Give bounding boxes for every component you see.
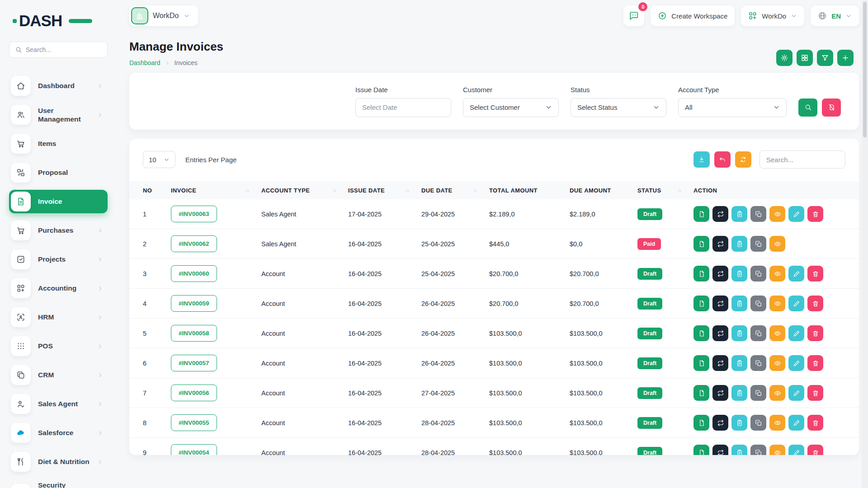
sidebar-item-crm[interactable]: CRM xyxy=(9,363,108,387)
edit-invoice-button[interactable] xyxy=(788,355,804,371)
refresh-button[interactable] xyxy=(735,151,751,168)
export-button[interactable] xyxy=(693,151,710,168)
duplicate-invoice-button[interactable] xyxy=(693,415,709,431)
sidebar-item-projects[interactable]: Projects xyxy=(9,248,108,271)
duplicate-invoice-button[interactable] xyxy=(693,206,709,222)
invoice-number-link[interactable]: #INV00059 xyxy=(171,295,217,312)
invoice-number-link[interactable]: #INV00060 xyxy=(171,265,217,282)
view-invoice-button[interactable] xyxy=(769,296,785,311)
sidebar-item-dashboard[interactable]: Dashboard xyxy=(9,74,108,98)
view-invoice-button[interactable] xyxy=(769,445,785,455)
edit-invoice-button[interactable] xyxy=(788,266,804,282)
clone-invoice-button[interactable] xyxy=(750,236,766,252)
invoice-number-link[interactable]: #INV00056 xyxy=(171,385,217,401)
invoice-number-link[interactable]: #INV00063 xyxy=(171,206,217,222)
sidebar-item-hrm[interactable]: HRM xyxy=(9,305,108,329)
convert-invoice-button[interactable] xyxy=(712,296,728,311)
edit-invoice-button[interactable] xyxy=(788,445,804,455)
delete-invoice-button[interactable] xyxy=(807,266,823,282)
view-invoice-button[interactable] xyxy=(769,266,785,282)
edit-invoice-button[interactable] xyxy=(788,296,804,311)
delete-invoice-button[interactable] xyxy=(807,415,823,431)
grid-view-button[interactable] xyxy=(797,50,813,66)
brand-logo[interactable]: DASH xyxy=(19,12,78,30)
delete-invoice-button[interactable] xyxy=(807,385,823,401)
view-invoice-button[interactable] xyxy=(769,385,785,401)
sidebar-item-accounting[interactable]: Accounting xyxy=(9,277,108,300)
duplicate-invoice-button[interactable] xyxy=(693,236,709,252)
duplicate-invoice-button[interactable] xyxy=(693,385,709,401)
copy-invoice-button[interactable] xyxy=(731,296,747,311)
delete-invoice-button[interactable] xyxy=(807,325,823,341)
clone-invoice-button[interactable] xyxy=(750,385,766,401)
view-invoice-button[interactable] xyxy=(769,355,785,371)
copy-invoice-button[interactable] xyxy=(731,236,747,252)
clone-invoice-button[interactable] xyxy=(750,325,766,341)
clone-invoice-button[interactable] xyxy=(750,445,766,455)
column-header-issue-date[interactable]: ISSUE DATE↑↓ xyxy=(348,187,421,194)
sidebar-item-sales-agent[interactable]: Sales Agent xyxy=(9,392,108,416)
sidebar-search-input[interactable] xyxy=(26,46,102,53)
column-header-invoice[interactable]: INVOICE↑↓ xyxy=(171,187,261,194)
clone-invoice-button[interactable] xyxy=(750,266,766,282)
invoice-number-link[interactable]: #INV00054 xyxy=(171,444,217,455)
delete-invoice-button[interactable] xyxy=(807,445,823,455)
invoice-number-link[interactable]: #INV00057 xyxy=(171,355,217,371)
sidebar-item-purchases[interactable]: Purchases xyxy=(9,219,108,242)
convert-invoice-button[interactable] xyxy=(712,445,728,455)
sidebar-item-user-management[interactable]: User Management xyxy=(9,103,108,127)
create-invoice-button[interactable] xyxy=(837,50,854,66)
invoice-number-link[interactable]: #INV00062 xyxy=(171,235,217,252)
invoice-number-link[interactable]: #INV00055 xyxy=(171,414,217,431)
copy-invoice-button[interactable] xyxy=(731,445,747,455)
duplicate-invoice-button[interactable] xyxy=(693,296,709,311)
apply-filter-button[interactable] xyxy=(798,99,817,117)
column-header-due-date[interactable]: DUE DATE↑↓ xyxy=(421,187,489,194)
breadcrumb-dashboard-link[interactable]: Dashboard xyxy=(129,59,160,66)
convert-invoice-button[interactable] xyxy=(712,415,728,431)
edit-invoice-button[interactable] xyxy=(788,385,804,401)
workspace-selector[interactable]: WorkDo xyxy=(129,5,198,26)
sidebar-item-diet-nutrition[interactable]: Diet & Nutrition xyxy=(9,450,108,474)
copy-invoice-button[interactable] xyxy=(731,415,747,431)
undo-button[interactable] xyxy=(714,151,731,168)
create-workspace-button[interactable]: Create Workspace xyxy=(651,5,735,26)
convert-invoice-button[interactable] xyxy=(712,385,728,401)
clone-invoice-button[interactable] xyxy=(750,206,766,222)
column-header-status[interactable]: STATUS↑↓ xyxy=(637,187,693,194)
delete-invoice-button[interactable] xyxy=(807,206,823,222)
sidebar-item-salesforce[interactable]: Salesforce xyxy=(9,421,108,445)
sidebar-item-invoice[interactable]: Invoice xyxy=(9,190,108,213)
clone-invoice-button[interactable] xyxy=(750,355,766,371)
sidebar-item-items[interactable]: Items xyxy=(9,132,108,155)
clone-invoice-button[interactable] xyxy=(750,296,766,311)
workspace-menu[interactable]: WorkDo xyxy=(741,5,804,26)
duplicate-invoice-button[interactable] xyxy=(693,325,709,341)
entries-per-page-select[interactable]: 10 xyxy=(143,151,175,168)
edit-invoice-button[interactable] xyxy=(788,325,804,341)
status-select[interactable]: Select Status xyxy=(571,98,666,117)
duplicate-invoice-button[interactable] xyxy=(693,445,709,455)
convert-invoice-button[interactable] xyxy=(712,355,728,371)
page-scrollbar-thumb[interactable] xyxy=(863,2,867,137)
invoice-number-link[interactable]: #INV00058 xyxy=(171,325,217,342)
settings-button[interactable] xyxy=(776,50,793,66)
view-invoice-button[interactable] xyxy=(769,325,785,341)
sidebar-item-security-guards-management[interactable]: Security Guards Management xyxy=(9,479,108,488)
convert-invoice-button[interactable] xyxy=(712,206,728,222)
convert-invoice-button[interactable] xyxy=(712,325,728,341)
column-header-account-type[interactable]: ACCOUNT TYPE↑↓ xyxy=(261,187,348,194)
copy-invoice-button[interactable] xyxy=(731,355,747,371)
language-selector[interactable]: EN xyxy=(811,5,859,26)
convert-invoice-button[interactable] xyxy=(712,266,728,282)
customer-select[interactable]: Select Customer xyxy=(463,98,559,117)
issue-date-input[interactable] xyxy=(362,103,444,111)
view-invoice-button[interactable] xyxy=(769,206,785,222)
copy-invoice-button[interactable] xyxy=(731,385,747,401)
copy-invoice-button[interactable] xyxy=(731,206,747,222)
sidebar-item-pos[interactable]: POS xyxy=(9,334,108,358)
filter-button[interactable] xyxy=(817,50,833,66)
delete-invoice-button[interactable] xyxy=(807,355,823,371)
view-invoice-button[interactable] xyxy=(769,236,785,252)
delete-invoice-button[interactable] xyxy=(807,296,823,311)
